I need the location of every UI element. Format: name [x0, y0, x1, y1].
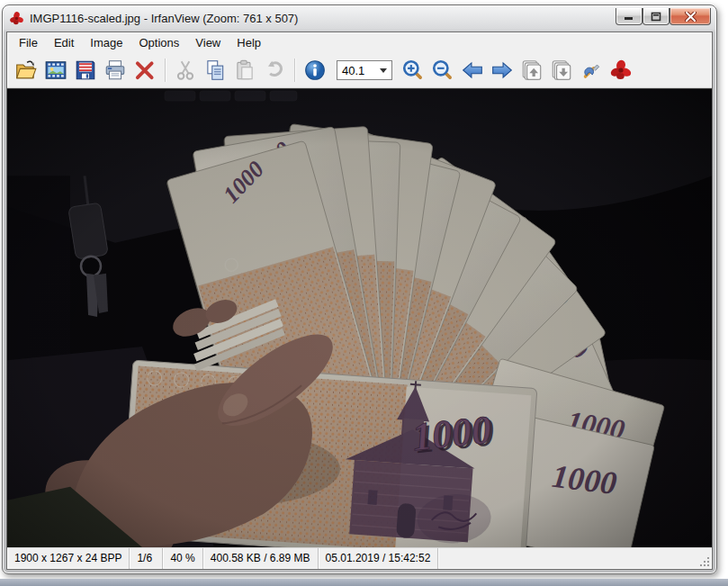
- menu-help[interactable]: Help: [229, 33, 269, 52]
- zoom-value: 40.1: [342, 64, 380, 77]
- status-image-info: 1900 x 1267 x 24 BPP: [7, 548, 130, 569]
- titlebar[interactable]: IMGP1116-scaled.jpg - IrfanView (Zoom: 7…: [3, 5, 716, 32]
- toolbar-separator: [294, 59, 296, 82]
- slideshow-icon: [44, 59, 67, 82]
- zoom-combobox[interactable]: 40.1: [337, 60, 392, 80]
- delete-button[interactable]: [131, 57, 158, 84]
- status-file-datetime: 05.01.2019 / 15:42:52: [319, 548, 439, 569]
- image-canvas[interactable]: .note{fill:url(#noteG);stroke:#8f8c81;st…: [7, 88, 712, 547]
- desktop-edge: [0, 579, 728, 586]
- window-title: IMGP1116-scaled.jpg - IrfanView (Zoom: 7…: [30, 12, 616, 25]
- cut-button[interactable]: [172, 57, 199, 84]
- toolbar: 40.1: [7, 53, 712, 88]
- irfanview-app-icon: [9, 11, 24, 26]
- status-file-size: 400.58 KB / 6.89 MB: [203, 548, 319, 569]
- last-image-button[interactable]: [548, 57, 575, 84]
- first-image-button[interactable]: [518, 57, 545, 84]
- irfanview-red-icon: [609, 59, 633, 82]
- zoom-in-button[interactable]: [400, 57, 427, 84]
- status-bar: 1900 x 1267 x 24 BPP 1/6 40 % 400.58 KB …: [7, 547, 712, 569]
- next-image-button[interactable]: [489, 57, 516, 84]
- save-button[interactable]: [72, 57, 99, 84]
- copy-button[interactable]: [202, 57, 229, 84]
- open-button[interactable]: [13, 57, 40, 84]
- irfanview-window: IMGP1116-scaled.jpg - IrfanView (Zoom: 7…: [2, 5, 717, 574]
- paste-button[interactable]: [231, 57, 258, 84]
- print-button[interactable]: [102, 57, 129, 84]
- undo-arrow-icon: [263, 59, 286, 82]
- resize-grip[interactable]: [699, 556, 711, 568]
- pages-down-icon: [550, 59, 573, 82]
- menu-options[interactable]: Options: [131, 33, 188, 52]
- info-icon: [303, 59, 327, 82]
- close-button[interactable]: [670, 8, 711, 25]
- chevron-down-icon: [380, 68, 387, 73]
- minimize-icon: [624, 12, 634, 21]
- close-icon: [685, 12, 697, 22]
- zoom-out-icon: [431, 59, 454, 82]
- cut-scissors-icon: [174, 59, 197, 82]
- window-controls: [616, 8, 711, 25]
- delete-x-icon: [133, 59, 157, 82]
- arrow-left-icon: [461, 59, 484, 82]
- undo-button[interactable]: [261, 57, 288, 84]
- menu-edit[interactable]: Edit: [46, 33, 82, 52]
- save-floppy-icon: [74, 59, 97, 82]
- restore-button[interactable]: [643, 8, 670, 25]
- minimize-button[interactable]: [616, 8, 643, 25]
- restore-icon: [651, 12, 661, 22]
- paste-clipboard-icon: [233, 59, 256, 82]
- status-zoom-percent: 40 %: [163, 548, 202, 569]
- about-irfanview-button[interactable]: [607, 57, 634, 84]
- menu-view[interactable]: View: [187, 33, 229, 52]
- arrow-right-icon: [490, 59, 514, 82]
- status-file-index: 1/6: [130, 548, 163, 569]
- copy-icon: [203, 59, 227, 82]
- photo-banknotes-in-car: .note{fill:url(#noteG);stroke:#8f8c81;st…: [7, 89, 712, 547]
- slideshow-button[interactable]: [42, 57, 69, 84]
- status-filler: [438, 548, 712, 569]
- menu-bar: File Edit Image Options View Help: [7, 32, 712, 53]
- info-button[interactable]: [301, 57, 328, 84]
- print-icon: [103, 59, 127, 82]
- previous-image-button[interactable]: [459, 57, 486, 84]
- menu-file[interactable]: File: [11, 33, 46, 52]
- pages-up-icon: [520, 59, 544, 82]
- tools-icon: [580, 59, 603, 82]
- zoom-in-icon: [401, 59, 425, 82]
- toolbar-separator: [165, 59, 166, 82]
- client-area: File Edit Image Options View Help: [6, 32, 713, 570]
- zoom-out-button[interactable]: [429, 57, 456, 84]
- open-folder-icon: [14, 59, 38, 82]
- menu-image[interactable]: Image: [82, 33, 130, 52]
- settings-button[interactable]: [578, 57, 605, 84]
